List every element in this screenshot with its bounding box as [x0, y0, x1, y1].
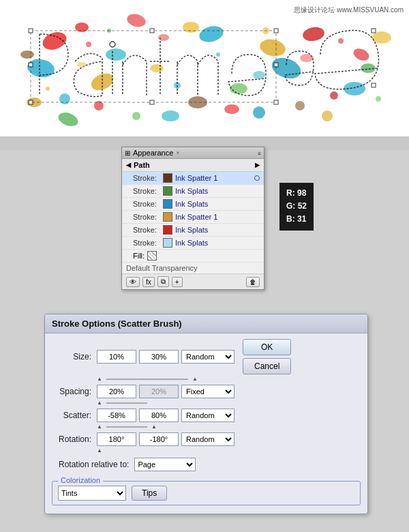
svg-rect-49 — [150, 100, 154, 104]
svg-point-38 — [376, 96, 381, 102]
stroke-row-3: Stroke: Ink Splats — [122, 198, 264, 211]
stroke-name-4[interactable]: Ink Spatter 1 — [175, 213, 217, 221]
svg-point-1 — [40, 29, 69, 53]
stroke-name-1[interactable]: Ink Spatter 1 — [175, 174, 217, 182]
scatter-row: Scatter: Random Fixed — [52, 409, 361, 422]
rotation-row: Rotation: Random Fixed — [52, 432, 361, 446]
spacing-dropdown[interactable]: Fixed Random — [181, 385, 234, 398]
ok-button[interactable]: OK — [243, 339, 291, 355]
stroke-row-1: Stroke: Ink Spatter 1 — [122, 172, 264, 185]
svg-point-6 — [224, 104, 239, 114]
ok-cancel-group: OK Cancel — [243, 339, 291, 374]
appearance-title: Appearance — [133, 149, 173, 157]
size-input-1[interactable] — [97, 350, 136, 364]
svg-point-3 — [125, 12, 147, 29]
svg-rect-44 — [29, 29, 33, 33]
spacing-input-1[interactable] — [97, 385, 136, 398]
svg-point-18 — [183, 22, 199, 33]
scatter-arrow-row: ▲ ▲ — [52, 424, 361, 430]
stroke-color-6 — [163, 238, 172, 248]
svg-point-56 — [77, 62, 87, 68]
svg-point-11 — [198, 24, 225, 45]
panel-titlebar: ⊞ Appearance × ≡ — [122, 147, 264, 159]
colorization-legend: Colorization — [58, 476, 103, 484]
spacing-row: Spacing: Fixed Random — [52, 385, 361, 398]
tips-button[interactable]: Tips — [132, 486, 167, 501]
svg-point-15 — [59, 93, 70, 104]
cancel-button[interactable]: Cancel — [243, 358, 291, 374]
svg-point-35 — [338, 38, 344, 44]
colorization-dropdown[interactable]: Tints None Tints and Shades — [58, 486, 126, 501]
svg-point-31 — [86, 42, 91, 47]
svg-rect-53 — [372, 83, 376, 87]
svg-point-33 — [262, 27, 269, 34]
svg-rect-46 — [29, 100, 33, 104]
stroke-row-6: Stroke: Ink Splats — [122, 237, 264, 250]
size-arrow-left: ▲ — [97, 376, 102, 382]
stroke-label-2: Stroke: — [133, 187, 160, 195]
svg-rect-50 — [29, 63, 33, 67]
top-banner: 思缘设计论坛 www.MISSVUAN.com — [0, 0, 409, 136]
svg-point-17 — [89, 70, 116, 93]
svg-point-28 — [20, 50, 34, 59]
svg-rect-52 — [372, 29, 376, 33]
rotation-relative-row: Rotation relative to: Page Path — [52, 458, 361, 471]
rotation-arrow: ▲ — [97, 447, 102, 454]
colorization-row: Tints None Tints and Shades Tips — [58, 486, 354, 501]
scatter-arrow-left: ▲ — [97, 424, 102, 430]
size-dropdown[interactable]: Random Fixed — [181, 350, 234, 364]
fx-button[interactable]: fx — [142, 277, 155, 287]
rotation-dropdown[interactable]: Random Fixed — [181, 432, 234, 446]
stroke-panel-body: Size: Random Fixed OK Cancel ▲ ▲ Spacing… — [45, 334, 367, 478]
svg-point-21 — [27, 98, 42, 107]
svg-point-30 — [295, 101, 305, 110]
stroke-options-title: Stroke Options (Scatter Brush) — [45, 314, 367, 334]
rotation-input-1[interactable] — [97, 432, 136, 446]
scatter-dropdown[interactable]: Random Fixed — [181, 409, 234, 422]
scatter-label: Scatter: — [52, 411, 94, 420]
size-input-2[interactable] — [139, 350, 179, 364]
scatter-input-2[interactable] — [139, 409, 179, 422]
svg-point-4 — [302, 25, 326, 42]
svg-rect-51 — [274, 63, 278, 67]
svg-point-32 — [216, 53, 220, 57]
stroke-color-5 — [163, 225, 172, 235]
stroke-row-2: Stroke: Ink Splats — [122, 185, 264, 198]
svg-point-27 — [132, 112, 140, 120]
svg-point-23 — [150, 64, 164, 72]
rotation-relative-dropdown[interactable]: Page Path — [134, 458, 196, 471]
colorization-group: Colorization Tints None Tints and Shades… — [52, 481, 361, 505]
svg-point-25 — [230, 83, 247, 94]
svg-point-8 — [330, 91, 338, 100]
stroke-row-4: Stroke: Ink Spatter 1 — [122, 211, 264, 224]
fill-row: Fill: — [122, 250, 264, 263]
stroke-name-2[interactable]: Ink Splats — [175, 187, 208, 195]
fill-label: Fill: — [133, 252, 145, 260]
path-nav-icon[interactable]: ◀ — [126, 162, 131, 168]
stroke-name-6[interactable]: Ink Splats — [175, 239, 208, 247]
path-nav-right-icon[interactable]: ▶ — [255, 162, 260, 168]
svg-point-13 — [344, 82, 365, 95]
svg-point-7 — [94, 101, 104, 110]
stroke-name-5[interactable]: Ink Splats — [175, 226, 208, 234]
delete-button[interactable]: 🗑 — [246, 277, 260, 287]
spacing-arrow-row: ▲ — [52, 400, 361, 406]
panel-menu-icon[interactable]: ≡ — [258, 151, 261, 157]
spacing-input-2[interactable] — [139, 385, 179, 398]
new-stroke-button[interactable]: + — [172, 277, 183, 287]
panel-toolbar: 👁 fx ⧉ + 🗑 — [122, 274, 264, 289]
stroke-label-1: Stroke: — [133, 174, 160, 182]
scatter-input-1[interactable] — [97, 409, 136, 422]
svg-point-24 — [57, 110, 80, 128]
stroke-row-5: Stroke: Ink Splats — [122, 224, 264, 237]
svg-point-20 — [372, 31, 391, 44]
color-b: B: 31 — [286, 213, 307, 226]
svg-point-57 — [300, 54, 314, 62]
svg-point-34 — [107, 29, 111, 33]
stroke-name-3[interactable]: Ink Splats — [175, 200, 208, 208]
svg-point-16 — [253, 106, 265, 119]
duplicate-button[interactable]: ⧉ — [157, 276, 169, 287]
rotation-input-2[interactable] — [139, 432, 179, 446]
panel-path-row: ◀ Path ▶ — [122, 159, 264, 172]
visibility-toggle[interactable]: 👁 — [126, 277, 140, 287]
